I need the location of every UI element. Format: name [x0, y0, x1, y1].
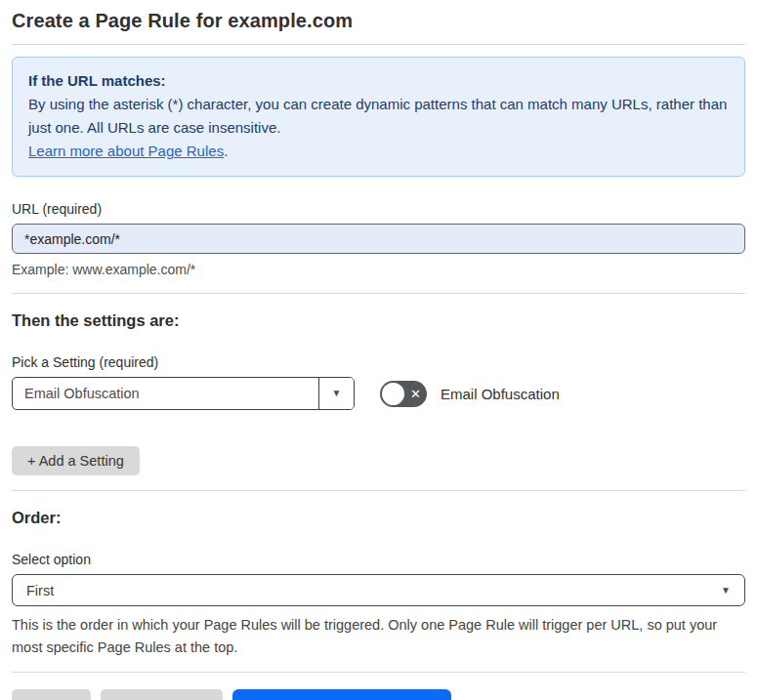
order-section-heading: Order: — [12, 509, 745, 527]
x-icon: ✕ — [410, 388, 421, 400]
email-obfuscation-toggle[interactable]: ✕ — [380, 381, 427, 407]
chevron-down-icon: ▼ — [721, 586, 731, 596]
info-box-body: By using the asterisk (*) character, you… — [28, 93, 729, 140]
pick-setting-label: Pick a Setting (required) — [12, 354, 745, 370]
chevron-down-icon: ▼ — [332, 389, 342, 398]
setting-dropdown-value: Email Obfuscation — [13, 378, 318, 409]
save-draft-button[interactable]: Save as Draft — [101, 689, 223, 700]
setting-dropdown-arrow-button[interactable]: ▼ — [318, 378, 354, 409]
save-deploy-button[interactable]: Save and Deploy Page Rule — [232, 689, 451, 700]
add-setting-button[interactable]: + Add a Setting — [12, 446, 140, 475]
setting-dropdown[interactable]: Email Obfuscation ▼ — [12, 377, 355, 410]
divider — [12, 44, 745, 45]
divider — [12, 490, 745, 491]
footer-actions: Cancel Save as Draft Save and Deploy Pag… — [12, 689, 745, 700]
url-match-info-box: If the URL matches: By using the asteris… — [12, 57, 745, 177]
toggle-label: Email Obfuscation — [441, 386, 560, 402]
url-input[interactable] — [12, 224, 745, 254]
order-select-value: First — [26, 583, 54, 598]
toggle-knob — [382, 383, 404, 405]
divider — [12, 672, 745, 673]
select-option-label: Select option — [12, 552, 745, 567]
order-help-text: This is the order in which your Page Rul… — [12, 614, 739, 659]
link-period: . — [224, 143, 228, 159]
order-select[interactable]: First ▼ — [12, 574, 745, 606]
page-rule-form: Create a Page Rule for example.com If th… — [0, 0, 757, 700]
url-example-text: Example: www.example.com/* — [12, 262, 745, 277]
info-box-heading: If the URL matches: — [28, 69, 729, 93]
page-title: Create a Page Rule for example.com — [12, 0, 745, 32]
cancel-button[interactable]: Cancel — [12, 689, 91, 700]
divider — [12, 293, 745, 294]
info-box-link-line: Learn more about Page Rules. — [28, 140, 729, 163]
learn-more-link[interactable]: Learn more about Page Rules — [28, 143, 224, 159]
url-label: URL (required) — [12, 201, 745, 217]
settings-section-heading: Then the settings are: — [12, 311, 745, 330]
setting-row: Email Obfuscation ▼ ✕ Email Obfuscation — [12, 377, 745, 410]
